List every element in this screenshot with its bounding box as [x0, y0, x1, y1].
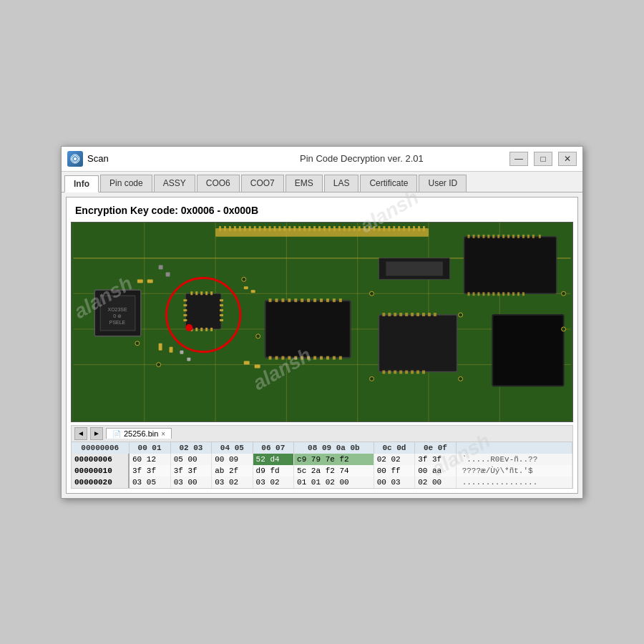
hex-ascii-3: ................ [456, 477, 572, 488]
hex-nav-prev[interactable]: ◄ [74, 427, 87, 440]
tab-ems[interactable]: EMS [286, 175, 323, 192]
svg-rect-92 [313, 298, 316, 302]
svg-rect-52 [408, 225, 410, 230]
svg-rect-116 [487, 234, 489, 238]
svg-rect-98 [275, 356, 278, 359]
hex-header-col4: 06 07 [253, 442, 293, 454]
svg-rect-163 [244, 286, 248, 289]
tab-co07[interactable]: COO7 [241, 175, 284, 192]
svg-rect-44 [369, 225, 371, 230]
file-tab-name: 25256.bin [124, 429, 158, 438]
svg-rect-13 [215, 228, 429, 236]
svg-rect-106 [326, 356, 329, 359]
watermark-2: alansh [142, 93, 208, 145]
svg-rect-123 [522, 234, 525, 238]
svg-rect-126 [539, 234, 541, 238]
tab-info[interactable]: Info [64, 175, 99, 192]
svg-rect-53 [413, 225, 415, 230]
svg-rect-108 [339, 356, 342, 359]
svg-rect-150 [382, 370, 385, 374]
svg-rect-104 [313, 356, 316, 359]
hex-addr-2: 00000010 [72, 465, 129, 477]
svg-rect-75 [205, 291, 208, 295]
svg-rect-51 [403, 225, 405, 230]
svg-rect-129 [477, 292, 479, 296]
svg-rect-23 [264, 225, 266, 230]
svg-rect-165 [244, 361, 250, 364]
svg-rect-125 [532, 234, 535, 238]
svg-rect-124 [527, 234, 530, 238]
svg-rect-134 [502, 292, 504, 296]
tab-bar: Info Pin code ASSY COO6 COO7 EMS LAS Cer… [62, 172, 582, 192]
svg-rect-146 [416, 313, 419, 316]
svg-text:0 ⊛: 0 ⊛ [113, 313, 122, 318]
hex-addr-1: 00000006 [72, 454, 129, 465]
svg-rect-63 [183, 304, 187, 306]
hex-nav-next[interactable]: ► [90, 427, 103, 440]
svg-point-177 [459, 313, 463, 317]
svg-rect-86 [275, 298, 278, 302]
tab-assy[interactable]: ASSY [154, 175, 195, 192]
svg-rect-111 [464, 236, 557, 293]
app-icon [67, 151, 83, 167]
svg-rect-14 [219, 225, 221, 230]
svg-rect-130 [482, 292, 484, 296]
svg-rect-162 [166, 272, 170, 276]
svg-rect-115 [482, 234, 484, 238]
hex-toolbar: ◄ ► 📄 25256.bin × [72, 426, 572, 442]
tab-co06[interactable]: COO6 [197, 175, 240, 192]
hex-addr-3: 00000020 [72, 477, 129, 488]
svg-rect-120 [507, 234, 509, 238]
hex-cell: 02 02 [374, 454, 414, 465]
svg-rect-40 [348, 225, 351, 230]
titlebar-scan-label: Scan [87, 153, 297, 164]
svg-point-173 [242, 277, 246, 281]
svg-rect-142 [394, 313, 396, 316]
svg-rect-67 [220, 299, 223, 301]
tab-certificate[interactable]: Certificate [360, 175, 417, 192]
svg-rect-137 [517, 292, 519, 296]
tab-las[interactable]: LAS [324, 175, 359, 192]
hex-ascii-1: `.....R0Ev-ñ..?? [456, 454, 572, 465]
tab-userid[interactable]: User ID [419, 175, 467, 192]
svg-rect-156 [416, 370, 419, 374]
svg-rect-131 [487, 292, 489, 296]
svg-rect-105 [320, 356, 323, 359]
svg-rect-128 [472, 292, 474, 296]
svg-rect-107 [333, 356, 336, 359]
close-tab-button[interactable]: × [161, 430, 165, 438]
hex-cell: 03 02 [253, 477, 293, 488]
maximize-button[interactable]: □ [534, 152, 552, 166]
svg-rect-118 [497, 234, 499, 238]
svg-rect-149 [434, 313, 436, 316]
svg-rect-79 [200, 327, 203, 331]
hex-cell: 60 12 [129, 454, 170, 465]
window-controls: — □ ✕ [509, 152, 577, 166]
svg-rect-88 [288, 298, 291, 302]
hex-cell: 01 01 02 00 [294, 477, 374, 488]
svg-rect-46 [378, 225, 380, 230]
svg-rect-160 [147, 279, 153, 283]
hex-cell-highlight-range: c9 79 7e f2 [294, 454, 374, 465]
svg-rect-80 [205, 327, 208, 331]
svg-rect-38 [338, 225, 341, 230]
svg-rect-90 [301, 298, 303, 302]
tab-pincode[interactable]: Pin code [100, 175, 152, 192]
svg-rect-161 [159, 265, 163, 269]
minimize-button[interactable]: — [509, 152, 528, 166]
svg-rect-30 [298, 225, 301, 230]
hex-header-addr: 00000006 [72, 442, 129, 454]
close-button[interactable]: ✕ [558, 152, 577, 166]
svg-rect-119 [502, 234, 504, 238]
hex-cell: 00 ff [374, 465, 414, 477]
svg-rect-34 [318, 225, 321, 230]
watermark-1: alansh [20, 21, 87, 73]
table-row: 00000006 60 12 05 00 00 09 52 d4 c9 79 7… [72, 454, 572, 465]
svg-text:PSELE: PSELE [109, 319, 126, 324]
hex-file-tab[interactable]: 📄 25256.bin × [106, 428, 172, 439]
svg-rect-16 [229, 225, 231, 230]
svg-rect-74 [200, 291, 203, 295]
svg-rect-65 [183, 314, 187, 316]
svg-rect-18 [239, 225, 241, 230]
svg-rect-37 [333, 225, 336, 230]
